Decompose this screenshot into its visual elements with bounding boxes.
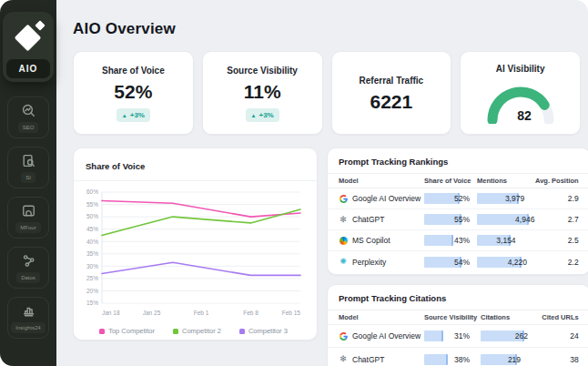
sidebar: AIO SEO SI [0,0,56,366]
line-chart: 15%20%25%30%35%40%45%50%55%60%Jan 18Jan … [74,181,317,335]
page-title: AIO Overview [73,20,581,38]
table-row: Google AI Overview 31% 262 24 [328,325,588,348]
model-name: ChatGPT [352,355,384,364]
table-row: ✻ ChatGPT 55% 4,946 2.7 [328,209,588,230]
table-row: Google AI Overview 52% 3,979 2.9 [328,188,588,209]
sidebar-item-si[interactable]: SI [7,147,49,188]
legend-swatch [173,329,178,334]
svg-text:Feb 15: Feb 15 [282,310,301,316]
stat-value: 6221 [370,91,413,113]
change-badge: ▲ +3% [246,108,279,122]
sidebar-item-datos[interactable]: Datos [7,247,49,289]
chatgpt-icon: ✻ [339,215,348,224]
svg-text:Feb 1: Feb 1 [194,310,209,316]
table-header-row: Model Share of Voice Mentions Avg. Posit… [328,173,588,188]
diamond-logo-icon [6,15,50,59]
table-row: MS Copilot 43% 3,154 2.5 [328,230,588,251]
bar-chart-icon [21,303,36,319]
table-title: Prompt Tracking Rankings [328,148,588,173]
svg-text:35%: 35% [86,250,98,257]
prompt-tracking-citations-card: Prompt Tracking Citations Model Source V… [327,284,588,366]
svg-text:30%: 30% [86,263,98,269]
stat-card-ai-visibility: AI Visibility 82 [460,51,581,135]
document-search-icon [21,153,36,168]
table-header-row: Model Source Visibility Citations Cited … [328,310,588,325]
model-name: Perplexity [352,258,386,267]
stat-label: Source Visibility [227,66,298,76]
sidebar-item-mfour[interactable]: MFour [7,197,49,239]
chart-legend: Top Competitor Competitor 2 Competitor 3 [77,327,309,335]
seo-search-icon [21,103,36,118]
svg-text:15%: 15% [86,300,98,306]
svg-text:55%: 55% [86,201,98,208]
svg-text:50%: 50% [86,213,98,219]
stat-card-source-visibility: Source Visibility 11% ▲ +3% [202,51,323,135]
svg-text:Jan 18: Jan 18 [102,310,120,316]
model-name: ChatGPT [352,215,384,224]
stats-row: Share of Voice 52% ▲ +3% Source Visibili… [73,51,581,135]
google-icon [339,331,348,341]
chatgpt-icon: ✻ [339,355,348,364]
legend-item-top-competitor[interactable]: Top Competitor [99,327,155,335]
legend-label: Top Competitor [108,327,155,335]
svg-text:20%: 20% [86,288,98,294]
svg-text:40%: 40% [86,239,98,245]
model-name: Google AI Overview [352,331,421,341]
sidebar-nav: SEO SI MFour [7,97,49,339]
share-of-voice-chart-card: Share of Voice 15%20%25%30%35%40%45%50%5… [73,147,318,341]
svg-text:25%: 25% [86,275,98,281]
stat-label: Referral Traffic [360,76,424,86]
svg-text:45%: 45% [86,226,98,232]
sidebar-item-label: Insights24 [11,322,45,333]
ms-copilot-icon [339,236,348,245]
table-row: ✺ Perplexity 54% 4,220 2.2 [328,251,588,272]
monitor-frame-icon [21,203,36,219]
sidebar-item-label: MFour [15,222,40,233]
content-row: Share of Voice 15%20%25%30%35%40%45%50%5… [73,147,581,366]
network-share-icon [21,253,36,269]
ai-visibility-gauge: 82 [482,81,559,124]
model-name: MS Copilot [352,236,390,245]
sidebar-item-seo[interactable]: SEO [7,97,49,138]
trend-up-icon: ▲ [251,113,257,118]
google-icon [339,194,348,203]
tables-column: Prompt Tracking Rankings Model Share of … [327,147,588,366]
stat-card-share-of-voice: Share of Voice 52% ▲ +3% [73,51,194,135]
main-content: AIO Overview Share of Voice 52% ▲ +3% So… [56,0,588,366]
gauge-value: 82 [517,108,532,123]
logo-label: AIO [6,59,50,78]
change-badge: ▲ +3% [117,108,150,122]
legend-swatch [239,329,245,334]
table-row: ✻ ChatGPT 38% 219 38 [328,348,588,366]
prompt-tracking-rankings-card: Prompt Tracking Rankings Model Share of … [327,147,588,275]
stat-label: Share of Voice [102,66,165,76]
stat-value: 11% [244,81,281,103]
app-logo[interactable]: AIO [3,12,54,82]
sidebar-item-label: SEO [18,122,39,133]
legend-label: Competitor 3 [248,327,288,335]
svg-text:Jan 25: Jan 25 [143,310,161,316]
chart-title: Share of Voice [86,161,145,171]
legend-label: Competitor 2 [182,327,221,335]
sidebar-item-label: SI [21,172,35,183]
trend-up-icon: ▲ [122,113,127,118]
sidebar-item-label: Datos [16,272,40,283]
table-title: Prompt Tracking Citations [328,285,588,310]
legend-item-competitor-3[interactable]: Competitor 3 [239,327,288,335]
svg-text:60%: 60% [86,188,98,195]
perplexity-icon: ✺ [339,258,348,267]
svg-text:Feb 8: Feb 8 [243,310,259,316]
legend-swatch [99,329,105,334]
sidebar-item-insights24[interactable]: Insights24 [7,297,49,339]
chart-header: Share of Voice [74,148,317,181]
stat-card-referral-traffic: Referral Traffic 6221 [331,51,452,135]
stat-label: AI Visibility [496,64,545,74]
stat-value: 52% [114,81,152,103]
legend-item-competitor-2[interactable]: Competitor 2 [173,327,221,335]
app-window: AIO SEO SI [0,0,588,366]
model-name: Google AI Overview [352,194,421,203]
